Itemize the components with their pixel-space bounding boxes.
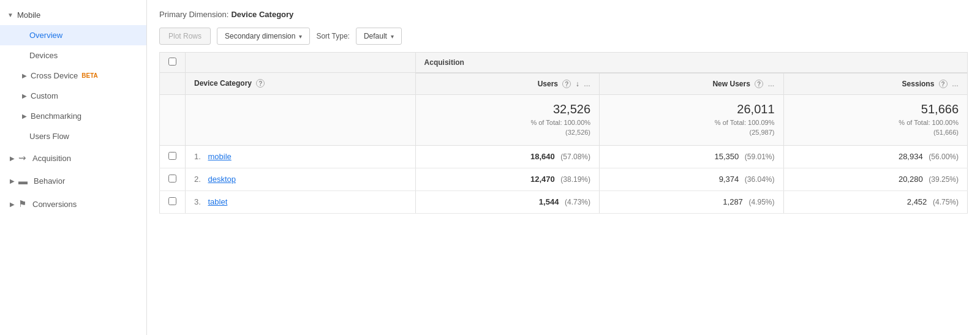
totals-row: 32,526 % of Total: 100.00% (32,526) 26,0… [160,94,968,145]
sidebar-item-mobile-label: Mobile [17,10,40,20]
new-users-help-icon[interactable]: ? [755,80,763,88]
row-users-main-2: 1,544 [539,197,559,206]
row-users-pct-1: (38.19%) [560,175,590,184]
sidebar-item-overview[interactable]: Overview [0,25,146,45]
cross-device-arrow-icon: ▶ [22,72,27,79]
sessions-help-icon[interactable]: ? [939,80,948,88]
totals-sessions-sub: % of Total: 100.00% (51,666) [793,118,959,138]
row-device-name-0[interactable]: mobile [208,152,231,161]
table-row: 2. desktop 12,470 (38.19%) 9,374 (36.04%… [160,168,968,190]
row-new-users-main-2: 1,287 [723,197,743,206]
table-row: 3. tablet 1,544 (4.73%) 1,287 (4.95%) 2,… [160,190,968,213]
col-header-users[interactable]: Users ? ↓ … [415,73,599,95]
sidebar-item-behavior-label: Behavior [34,176,65,186]
totals-sessions-main: 51,666 [793,102,959,116]
totals-new-users-main: 26,011 [608,102,774,116]
acquisition-arrow-icon: ▶ [10,155,15,162]
row-checkbox-2[interactable] [168,197,176,205]
sidebar: ▼ Mobile Overview Devices ▶ Cross Device… [0,0,147,335]
users-ellipsis-icon: … [584,80,590,88]
row-checkbox-cell-2[interactable] [160,190,186,213]
col-header-sessions[interactable]: Sessions ? … [783,73,967,95]
row-new-users-cell-0: 15,350 (59.01%) [600,145,783,168]
users-sort-arrow-icon[interactable]: ↓ [576,80,579,88]
secondary-dimension-label: Secondary dimension [225,32,295,40]
sidebar-item-users-flow-label: Users Flow [29,132,69,141]
toolbar: Plot Rows Secondary dimension ▾ Sort Typ… [159,28,968,45]
sidebar-item-custom-label: Custom [31,91,58,100]
sidebar-item-cross-device[interactable]: ▶ Cross Device BETA [0,66,146,86]
row-sessions-cell-0: 28,934 (56.00%) [783,145,967,168]
row-sessions-cell-1: 20,280 (39.25%) [783,168,967,190]
totals-users-main: 32,526 [424,102,590,116]
main-content: Primary Dimension: Device Category Plot … [147,0,980,335]
primary-dimension-label: Primary Dimension: [159,10,228,19]
row-new-users-main-1: 9,374 [719,175,739,184]
primary-dimension-value: Device Category [231,10,293,19]
row-new-users-cell-1: 9,374 (36.04%) [600,168,783,190]
sort-type-dropdown[interactable]: Default ▾ [356,28,402,45]
sidebar-item-conversions-label: Conversions [32,200,77,209]
row-sessions-main-1: 20,280 [899,175,923,184]
row-device-cell-2: 3. tablet [186,190,416,213]
row-sessions-main-2: 2,452 [907,197,927,206]
group-header-row: Acquisition [160,53,968,73]
sidebar-item-devices[interactable]: Devices [0,45,146,66]
row-device-cell-1: 2. desktop [186,168,416,190]
row-users-pct-2: (4.73%) [565,198,590,206]
row-checkbox-cell-0[interactable] [160,145,186,168]
col-header-checkbox [160,73,186,95]
sort-type-label: Sort Type: [316,32,349,40]
sidebar-item-users-flow[interactable]: Users Flow [0,126,146,146]
row-device-name-2[interactable]: tablet [208,197,227,206]
users-help-icon[interactable]: ? [562,80,571,88]
sidebar-item-acquisition-label: Acquisition [32,154,71,163]
totals-new-users-cell: 26,011 % of Total: 100.09% (25,987) [600,94,783,145]
row-num-2: 3. [194,197,201,206]
row-checkbox-0[interactable] [168,152,176,160]
header-checkbox-cell [160,53,186,73]
plot-rows-button[interactable]: Plot Rows [159,28,211,45]
new-users-ellipsis-icon: … [768,80,775,88]
mobile-arrow-icon: ▼ [7,12,13,18]
secondary-dimension-chevron-icon: ▾ [299,33,302,40]
sidebar-item-conversions[interactable]: ▶ ⚑ Conversions [0,192,146,216]
sort-type-value: Default [364,32,387,40]
row-users-main-1: 12,470 [530,175,555,184]
sidebar-item-devices-label: Devices [29,51,58,60]
row-checkbox-cell-1[interactable] [160,168,186,190]
secondary-dimension-dropdown[interactable]: Secondary dimension ▾ [217,28,310,45]
sidebar-item-behavior[interactable]: ▶ ▬ Behavior [0,170,146,192]
row-sessions-pct-0: (56.00%) [929,152,959,161]
row-users-cell-1: 12,470 (38.19%) [415,168,599,190]
totals-checkbox-cell [160,94,186,145]
select-all-checkbox[interactable] [168,58,176,66]
totals-users-sub: % of Total: 100.00% (32,526) [424,118,590,138]
primary-dimension-row: Primary Dimension: Device Category [159,10,968,19]
new-users-label: New Users [712,80,750,88]
totals-device-cell [186,94,416,145]
col-header-device-category[interactable]: Device Category ? [186,73,416,95]
row-new-users-main-0: 15,350 [714,152,739,161]
sort-type-chevron-icon: ▾ [391,33,394,40]
row-new-users-cell-2: 1,287 (4.95%) [600,190,783,213]
col-header-new-users[interactable]: New Users ? … [600,73,783,95]
sidebar-item-benchmarking[interactable]: ▶ Benchmarking [0,106,146,126]
totals-new-users-sub: % of Total: 100.09% (25,987) [608,118,774,138]
row-users-main-0: 18,640 [530,152,555,161]
row-device-name-1[interactable]: desktop [208,175,236,184]
benchmarking-arrow-icon: ▶ [22,113,27,119]
sidebar-item-custom[interactable]: ▶ Custom [0,86,146,106]
device-category-help-icon[interactable]: ? [256,79,265,88]
row-checkbox-1[interactable] [168,175,176,183]
row-sessions-pct-2: (4.75%) [933,198,959,206]
row-new-users-pct-2: (4.95%) [748,198,774,206]
sessions-label: Sessions [902,80,935,88]
sidebar-item-mobile[interactable]: ▼ Mobile [0,5,146,25]
row-users-cell-2: 1,544 (4.73%) [415,190,599,213]
beta-badge: BETA [81,72,97,79]
col-header-row: Device Category ? Users ? ↓ … New Users … [160,73,968,95]
conversions-icon: ⚑ [18,198,26,209]
sidebar-item-acquisition[interactable]: ▶ ⇝ Acquisition [0,146,146,170]
conversions-arrow-icon: ▶ [10,201,15,208]
